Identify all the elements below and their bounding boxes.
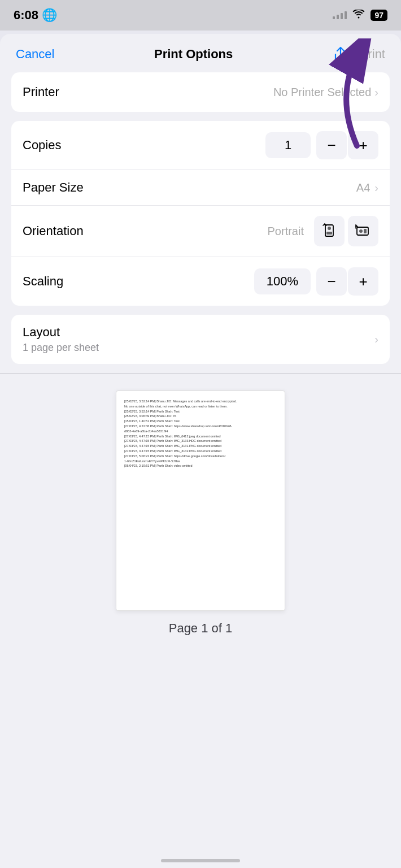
home-indicator [161, 859, 240, 862]
signal-icon [333, 11, 347, 19]
section-divider [0, 373, 401, 374]
page-title: Print Options [154, 47, 233, 62]
paper-size-chevron-icon: › [374, 181, 378, 194]
paper-size-text: A4 [356, 181, 370, 194]
scaling-stepper: − + [316, 267, 378, 296]
layout-subtitle: 1 page per sheet [23, 342, 99, 354]
svg-rect-6 [364, 229, 367, 233]
print-preview-area: [25/02/23, 3:52:14 PM] Bhanu JIO: Messag… [0, 390, 401, 658]
layout-row[interactable]: Layout 1 page per sheet › [11, 315, 390, 364]
portrait-orientation-button[interactable] [314, 216, 345, 246]
page-indicator: Page 1 of 1 [169, 621, 233, 636]
printer-chevron-icon: › [374, 86, 378, 99]
status-icons: 97 [333, 10, 387, 21]
paper-size-label: Paper Size [23, 180, 84, 195]
orientation-current-value: Portrait [268, 225, 304, 238]
purple-arrow-icon [323, 38, 374, 151]
status-bar: 6:08 🌐 97 [0, 0, 401, 31]
svg-point-2 [328, 227, 331, 230]
preview-page: [25/02/23, 3:52:14 PM] Bhanu JIO: Messag… [116, 390, 285, 611]
globe-icon: 🌐 [42, 8, 57, 23]
layout-chevron-icon: › [374, 333, 378, 346]
scaling-increase-button[interactable]: + [348, 267, 378, 296]
paper-size-value: A4 › [356, 181, 378, 194]
copies-value: 1 [265, 132, 311, 158]
layout-card[interactable]: Layout 1 page per sheet › [11, 315, 390, 364]
layout-info: Layout 1 page per sheet [23, 325, 99, 354]
orientation-row: Orientation Portrait [11, 206, 390, 257]
portrait-icon [321, 223, 337, 239]
cancel-button[interactable]: Cancel [16, 47, 54, 62]
wifi-icon [352, 10, 365, 21]
scaling-controls: 100% − + [254, 267, 378, 296]
battery-indicator: 97 [371, 10, 387, 21]
svg-rect-3 [326, 232, 332, 235]
preview-content: [25/02/23, 3:52:14 PM] Bhanu JIO: Messag… [124, 399, 277, 468]
scaling-row: Scaling 100% − + [11, 257, 390, 306]
scaling-label: Scaling [23, 274, 63, 289]
orientation-controls: Portrait [268, 216, 378, 246]
orientation-icon-group [314, 216, 378, 246]
svg-point-5 [359, 229, 363, 233]
orientation-label: Orientation [23, 224, 84, 238]
status-time: 6:08 🌐 [14, 8, 57, 23]
copies-label: Copies [23, 138, 61, 153]
print-options-sheet: Cancel Print Options Print [0, 34, 401, 868]
scaling-value: 100% [254, 268, 311, 294]
printer-label: Printer [23, 85, 59, 99]
layout-title: Layout [23, 325, 99, 340]
paper-size-row[interactable]: Paper Size A4 › [11, 170, 390, 206]
scaling-decrease-button[interactable]: − [316, 267, 347, 296]
landscape-orientation-button[interactable] [348, 216, 378, 246]
landscape-icon [355, 223, 371, 239]
